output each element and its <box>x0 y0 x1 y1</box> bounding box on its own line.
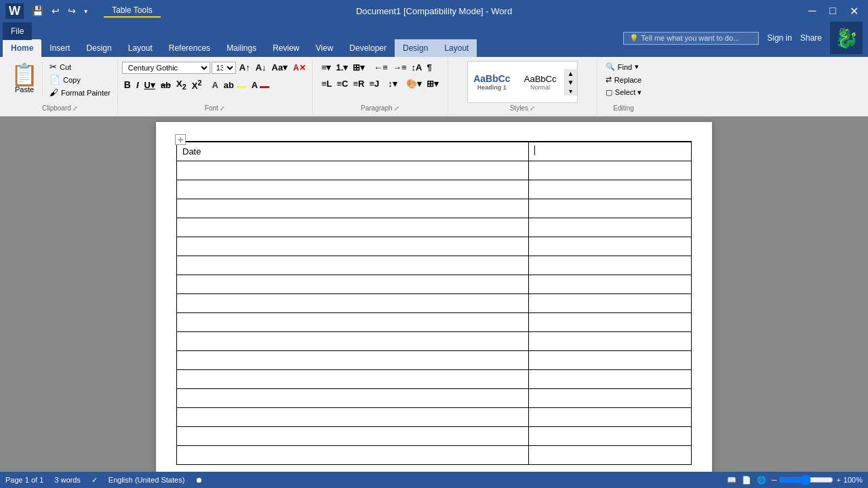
close-icon[interactable]: ✕ <box>846 3 863 19</box>
tell-me-search[interactable]: 💡 Tell me what you want to do... <box>623 32 759 45</box>
table-row[interactable] <box>177 426 692 445</box>
customize-qa-icon[interactable]: ▾ <box>81 6 90 16</box>
table-cell[interactable] <box>177 312 529 331</box>
proofing-icon[interactable]: ✓ <box>92 476 98 485</box>
tab-home[interactable]: Home <box>3 39 41 57</box>
web-layout-icon[interactable]: 🌐 <box>757 476 766 485</box>
normal-style-item[interactable]: AaBbCc Normal <box>517 71 564 94</box>
zoom-out-icon[interactable]: ─ <box>772 476 777 484</box>
table-cell[interactable] <box>528 199 692 218</box>
find-button[interactable]: 🔍 Find ▾ <box>601 61 643 73</box>
table-cell[interactable] <box>177 256 529 274</box>
table-cell[interactable] <box>528 350 692 369</box>
align-right-button[interactable]: ≡R <box>351 77 366 90</box>
sign-in-button[interactable]: Sign in <box>767 33 792 43</box>
table-row[interactable]: Date <box>177 142 692 161</box>
styles-expand-button[interactable]: ▾ <box>565 87 577 96</box>
tab-insert[interactable]: Insert <box>41 39 78 57</box>
table-cell[interactable] <box>177 445 529 464</box>
minimize-icon[interactable]: ─ <box>804 3 820 18</box>
show-formatting-button[interactable]: ¶ <box>425 61 433 74</box>
read-mode-icon[interactable]: 📖 <box>727 476 736 485</box>
table-row[interactable] <box>177 274 692 293</box>
zoom-level-label[interactable]: 100% <box>844 476 863 484</box>
tab-review[interactable]: Review <box>264 39 307 57</box>
table-cell[interactable] <box>177 161 529 180</box>
table-cell[interactable] <box>528 237 692 256</box>
bullets-button[interactable]: ≡▾ <box>319 61 334 74</box>
borders-button[interactable]: ⊞▾ <box>425 77 441 90</box>
table-row[interactable] <box>177 312 692 331</box>
table-row[interactable] <box>177 293 692 312</box>
cut-button[interactable]: ✂ Cut <box>47 61 113 73</box>
macro-recorder-icon[interactable]: ⏺ <box>195 476 203 484</box>
table-cell[interactable] <box>528 293 692 312</box>
paragraph-expand-icon[interactable]: ⤢ <box>394 105 399 112</box>
language-indicator[interactable]: English (United States) <box>108 476 185 484</box>
styles-scroll-down-button[interactable]: ▼ <box>565 78 577 87</box>
multilevel-list-button[interactable]: ⊞▾ <box>351 61 367 74</box>
table-row[interactable] <box>177 388 692 407</box>
select-button[interactable]: ▢ Select ▾ <box>601 87 646 98</box>
superscript-button[interactable]: X2 <box>190 77 204 92</box>
styles-scroll-up-button[interactable]: ▲ <box>565 69 577 78</box>
table-cell[interactable] <box>177 369 529 388</box>
table-row[interactable] <box>177 199 692 218</box>
share-button[interactable]: Share <box>800 33 822 43</box>
tab-table-layout[interactable]: Layout <box>436 39 477 57</box>
table-cell[interactable] <box>528 161 692 180</box>
change-case-button[interactable]: Aa▾ <box>270 61 290 74</box>
table-cell-date[interactable]: Date <box>177 142 529 161</box>
table-cell[interactable] <box>528 312 692 331</box>
decrease-font-size-button[interactable]: A↓ <box>254 61 269 74</box>
decrease-indent-button[interactable]: ←≡ <box>372 61 390 74</box>
shading-button[interactable]: 🎨▾ <box>404 77 424 90</box>
tab-table-design[interactable]: Design <box>395 39 436 57</box>
table-cell[interactable] <box>177 331 529 350</box>
table-cell-cursor[interactable] <box>528 142 692 161</box>
table-row[interactable] <box>177 218 692 237</box>
strikethrough-button[interactable]: ab <box>159 79 173 92</box>
tab-layout[interactable]: Layout <box>120 39 161 57</box>
table-cell[interactable] <box>528 369 692 388</box>
subscript-button[interactable]: X2 <box>174 77 189 92</box>
clipboard-expand-icon[interactable]: ⤢ <box>73 105 78 112</box>
justify-button[interactable]: ≡J <box>367 77 381 90</box>
table-cell[interactable] <box>528 256 692 274</box>
align-left-button[interactable]: ≡L <box>319 77 334 90</box>
table-cell[interactable] <box>528 388 692 407</box>
format-painter-button[interactable]: 🖌 Format Painter <box>47 87 113 98</box>
zoom-slider[interactable] <box>779 474 833 485</box>
table-row[interactable] <box>177 161 692 180</box>
table-cell[interactable] <box>177 293 529 312</box>
table-cell[interactable] <box>177 426 529 445</box>
numbering-button[interactable]: 1.▾ <box>334 61 351 74</box>
tab-developer[interactable]: Developer <box>341 39 395 57</box>
font-expand-icon[interactable]: ⤢ <box>220 105 225 112</box>
increase-font-size-button[interactable]: A↑ <box>237 61 252 74</box>
table-cell[interactable] <box>177 218 529 237</box>
tab-mailings[interactable]: Mailings <box>218 39 264 57</box>
table-cell[interactable] <box>528 445 692 464</box>
tab-design[interactable]: Design <box>78 39 119 57</box>
document-page[interactable]: ✛ Date <box>156 122 712 476</box>
table-cell[interactable] <box>528 331 692 350</box>
table-cell[interactable] <box>528 180 692 199</box>
italic-button[interactable]: I <box>134 79 141 92</box>
print-layout-icon[interactable]: 📄 <box>742 476 751 485</box>
table-row[interactable] <box>177 180 692 199</box>
table-cell[interactable] <box>528 407 692 426</box>
clear-formatting-button[interactable]: A✕ <box>291 62 308 74</box>
font-color-button[interactable]: A <box>250 79 272 92</box>
increase-indent-button[interactable]: →≡ <box>391 61 409 74</box>
font-size-selector[interactable]: 13 <box>212 62 236 74</box>
tab-view[interactable]: View <box>308 39 342 57</box>
bold-button[interactable]: B <box>122 78 133 92</box>
copy-button[interactable]: 📄 Copy <box>47 74 113 85</box>
table-row[interactable] <box>177 445 692 464</box>
tab-references[interactable]: References <box>161 39 218 57</box>
table-cell[interactable] <box>177 350 529 369</box>
paste-button[interactable]: 📋 Paste <box>7 61 43 96</box>
styles-expand-icon[interactable]: ⤢ <box>530 105 535 112</box>
table-row[interactable] <box>177 369 692 388</box>
